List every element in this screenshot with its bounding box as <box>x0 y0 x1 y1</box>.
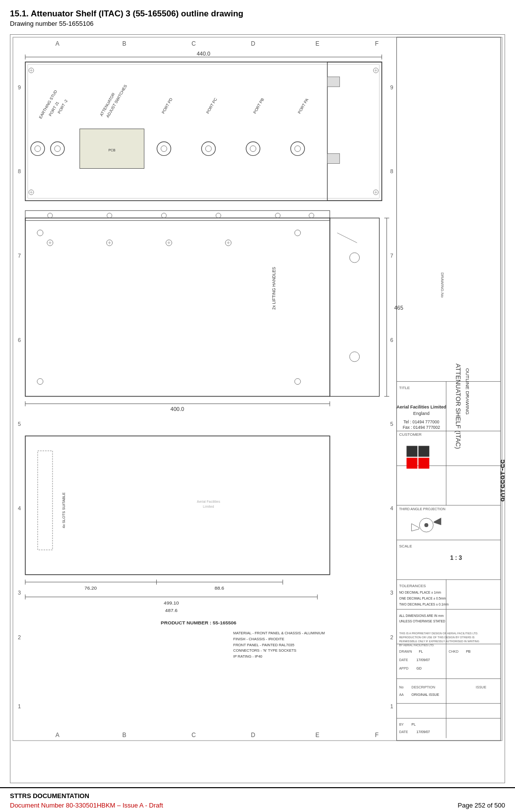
document-number: Document Number 80-330501HBKM – Issue A … <box>10 802 163 809</box>
svg-text:F: F <box>375 732 379 739</box>
svg-text:4: 4 <box>18 505 21 511</box>
svg-text:2x LIFTING HANDLES: 2x LIFTING HANDLES <box>271 267 276 309</box>
svg-rect-164 <box>406 458 417 469</box>
svg-text:Tel : 01494 777000: Tel : 01494 777000 <box>403 419 439 424</box>
svg-text:No: No <box>399 685 403 689</box>
svg-text:PB: PB <box>466 650 471 653</box>
page-title: 15.1. Attenuator Shelf (ITAC) 3 (55-1655… <box>10 9 505 19</box>
svg-text:PRODUCT NUMBER : 55-165506: PRODUCT NUMBER : 55-165506 <box>161 620 237 625</box>
svg-text:4: 4 <box>390 505 393 511</box>
svg-text:1: 1 <box>18 703 21 709</box>
svg-text:Aerial Facilities Limited: Aerial Facilities Limited <box>396 405 446 409</box>
svg-text:REPRODUCTION OR USE OF THIS DE: REPRODUCTION OR USE OF THIS DESIGN BY OT… <box>399 636 474 639</box>
svg-text:1: 1 <box>390 703 393 709</box>
svg-point-168 <box>424 523 428 527</box>
svg-text:TWO DECIMAL PLACES ± 0.1mm: TWO DECIMAL PLACES ± 0.1mm <box>399 603 449 606</box>
svg-text:ONE DECIMAL PLACE ± 0.5mm: ONE DECIMAL PLACE ± 0.5mm <box>399 597 446 600</box>
svg-text:A: A <box>56 40 60 47</box>
svg-text:ISSUE: ISSUE <box>476 685 486 689</box>
svg-text:9: 9 <box>390 84 393 90</box>
svg-text:9: 9 <box>18 84 21 90</box>
svg-text:76.20: 76.20 <box>84 585 97 591</box>
svg-text:6: 6 <box>18 337 21 343</box>
svg-text:BY AERIAL FACILITIES LTD.: BY AERIAL FACILITIES LTD. <box>399 644 434 647</box>
svg-text:CONNECTORS - 'N' TYPE SOCKETS: CONNECTORS - 'N' TYPE SOCKETS <box>233 648 296 653</box>
svg-text:Aerial Facilities: Aerial Facilities <box>197 500 220 503</box>
svg-text:ATTENUATOR SHELF (ITAC): ATTENUATOR SHELF (ITAC) <box>454 364 462 449</box>
svg-rect-165 <box>418 458 429 469</box>
svg-text:3: 3 <box>18 590 21 596</box>
svg-text:6: 6 <box>390 337 393 343</box>
svg-text:PCB: PCB <box>108 148 116 152</box>
svg-text:SCALE: SCALE <box>399 544 412 548</box>
svg-text:499.10: 499.10 <box>164 600 179 606</box>
svg-text:3: 3 <box>390 590 393 596</box>
page-number: Page 252 of 500 <box>458 802 505 809</box>
svg-text:UNLESS OTHERWISE STATED: UNLESS OTHERWISE STATED <box>399 619 445 623</box>
sttrs-label: STTRS DOCUMENTATION <box>10 792 505 800</box>
svg-text:GD: GD <box>416 667 421 670</box>
svg-text:DRAWING.No: DRAWING.No <box>440 272 445 298</box>
footer: STTRS DOCUMENTATION Document Number 80-3… <box>0 787 515 812</box>
svg-text:FINISH - CHASSIS - IRIODITE: FINISH - CHASSIS - IRIODITE <box>233 637 284 641</box>
svg-text:NO DECIMAL PLACE ± 1mm: NO DECIMAL PLACE ± 1mm <box>399 591 441 594</box>
header: 15.1. Attenuator Shelf (ITAC) 3 (55-1655… <box>0 0 515 30</box>
svg-text:2: 2 <box>18 634 21 640</box>
svg-text:5: 5 <box>18 421 21 427</box>
svg-text:5: 5 <box>390 421 393 427</box>
svg-text:7: 7 <box>390 253 393 259</box>
svg-text:PL: PL <box>411 723 416 726</box>
svg-text:ALL DIMENSIONS ARE IN mm: ALL DIMENSIONS ARE IN mm <box>399 614 444 617</box>
drawing-number: Drawing number 55-1655106 <box>10 20 505 27</box>
svg-text:MATERIAL - FRONT PANEL & CHASS: MATERIAL - FRONT PANEL & CHASSIS - ALUMI… <box>233 631 325 635</box>
svg-text:ORIGINAL ISSUE: ORIGINAL ISSUE <box>411 693 439 696</box>
svg-rect-163 <box>418 446 429 457</box>
svg-text:B: B <box>123 40 127 47</box>
svg-text:IP RATING - IP40: IP RATING - IP40 <box>233 654 262 659</box>
svg-text:THIRD ANGLE PROJECTION: THIRD ANGLE PROJECTION <box>399 507 445 511</box>
svg-text:C: C <box>192 732 196 739</box>
svg-text:B: B <box>123 732 127 739</box>
svg-text:F: F <box>375 40 379 47</box>
svg-text:7: 7 <box>18 253 21 259</box>
svg-text:FL: FL <box>419 650 423 653</box>
svg-text:C: C <box>192 40 196 47</box>
svg-text:DATE: DATE <box>399 658 408 662</box>
svg-text:8: 8 <box>390 168 393 174</box>
svg-text:Limited: Limited <box>203 505 214 508</box>
svg-text:England: England <box>413 411 430 416</box>
svg-text:DATE: DATE <box>399 730 408 734</box>
svg-text:88.6: 88.6 <box>214 585 224 591</box>
svg-text:E: E <box>316 40 320 47</box>
svg-text:487.6: 487.6 <box>165 608 178 613</box>
footer-bottom: Document Number 80-330501HBKM – Issue A … <box>10 802 505 809</box>
svg-text:THIS IS A PROPRIETARY DESIGN O: THIS IS A PROPRIETARY DESIGN OF AERIAL F… <box>399 632 478 635</box>
svg-text:400.0: 400.0 <box>171 406 184 412</box>
svg-rect-70 <box>327 77 340 87</box>
svg-text:8: 8 <box>18 168 21 174</box>
svg-text:17/09/07: 17/09/07 <box>416 730 430 734</box>
svg-text:APPD: APPD <box>399 667 408 670</box>
svg-text:CUSTOMER: CUSTOMER <box>399 432 422 437</box>
svg-text:440.0: 440.0 <box>196 51 210 57</box>
svg-text:DESCRIPTION: DESCRIPTION <box>411 685 435 689</box>
svg-text:4x SLOTS SUITABLE: 4x SLOTS SUITABLE <box>62 492 66 528</box>
svg-rect-162 <box>406 446 417 457</box>
page-container: 15.1. Attenuator Shelf (ITAC) 3 (55-1655… <box>0 0 515 812</box>
svg-text:A: A <box>56 732 60 739</box>
svg-text:D: D <box>251 40 256 47</box>
svg-text:E: E <box>316 732 320 739</box>
svg-text:465: 465 <box>394 305 403 311</box>
svg-text:2: 2 <box>390 634 393 640</box>
svg-text:1 : 3: 1 : 3 <box>450 554 462 561</box>
svg-text:AA: AA <box>399 693 404 696</box>
svg-text:PERMISSIBLE ONLY IF EXPRESSLY : PERMISSIBLE ONLY IF EXPRESSLY AUTHORISED… <box>399 640 479 643</box>
svg-text:17/09/07: 17/09/07 <box>416 658 430 662</box>
svg-text:FRONT PANEL - PAINTED RAL7035: FRONT PANEL - PAINTED RAL7035 <box>233 643 294 647</box>
svg-text:TITLE: TITLE <box>399 386 410 390</box>
svg-text:CHKD: CHKD <box>449 650 458 653</box>
svg-text:OUTLINE DRAWING: OUTLINE DRAWING <box>465 368 470 415</box>
svg-text:BY: BY <box>399 723 404 726</box>
drawing-area: A B C D E F A B C D E F 9 8 7 6 5 4 3 2 … <box>10 34 505 783</box>
svg-text:TOLERANCES: TOLERANCES <box>399 584 426 588</box>
